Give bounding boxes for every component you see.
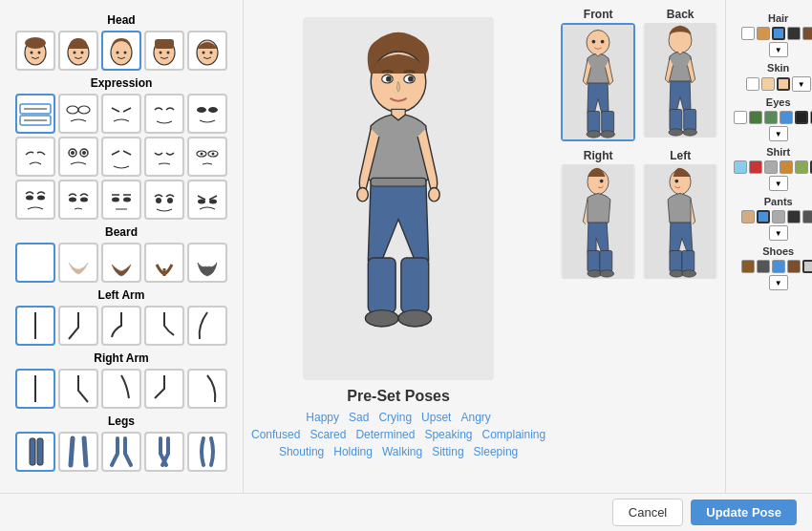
hair-swatch-2[interactable]: [757, 27, 770, 40]
shoes-swatch-2[interactable]: [757, 260, 770, 273]
skin-swatch-3[interactable]: [777, 77, 790, 91]
expression-option-10[interactable]: [187, 137, 227, 177]
shoes-swatch-4[interactable]: [787, 260, 801, 273]
svg-line-23: [112, 108, 119, 112]
pants-swatch-4[interactable]: [787, 210, 801, 223]
shirt-swatch-4[interactable]: [780, 160, 793, 174]
hair-color-dropdown[interactable]: ▼: [769, 42, 788, 57]
pose-shouting[interactable]: Shouting: [279, 445, 324, 458]
head-option-2[interactable]: [58, 31, 98, 71]
legs-option-5[interactable]: [187, 432, 227, 472]
pose-speaking[interactable]: Speaking: [424, 428, 472, 441]
expression-option-1[interactable]: [15, 94, 55, 134]
beard-option-2[interactable]: [58, 243, 98, 283]
pose-holding[interactable]: Holding: [333, 445, 373, 458]
legs-option-3[interactable]: [101, 432, 141, 472]
eyes-color-dropdown[interactable]: ▼: [769, 126, 788, 141]
left-arm-option-4[interactable]: [144, 306, 184, 346]
beard-option-3[interactable]: [101, 243, 141, 283]
shoes-swatch-5[interactable]: [802, 260, 812, 273]
back-view[interactable]: [643, 23, 717, 138]
left-arm-option-2[interactable]: [58, 306, 98, 346]
expression-option-13[interactable]: [101, 180, 141, 220]
pants-swatch-5[interactable]: [802, 210, 812, 223]
expression-option-12[interactable]: [58, 180, 98, 220]
head-option-4[interactable]: [144, 31, 184, 71]
shirt-swatch-3[interactable]: [764, 160, 778, 174]
expression-option-11[interactable]: [15, 180, 55, 220]
expression-option-2[interactable]: [58, 94, 98, 134]
left-arm-option-1[interactable]: [15, 306, 55, 346]
expression-option-4[interactable]: [144, 94, 184, 134]
right-arm-option-3[interactable]: [101, 369, 141, 409]
beard-option-1[interactable]: [15, 243, 55, 283]
pants-swatch-1[interactable]: [741, 210, 755, 223]
right-arm-section-title: Right Arm: [8, 351, 235, 365]
right-arm-option-5[interactable]: [187, 369, 227, 409]
pants-swatch-2[interactable]: [757, 210, 770, 223]
pose-sleeping[interactable]: Sleeping: [474, 445, 519, 458]
shirt-swatch-5[interactable]: [795, 160, 808, 174]
shoes-color-dropdown[interactable]: ▼: [769, 275, 788, 290]
hair-swatch-3[interactable]: [772, 27, 785, 40]
eyes-swatch-4[interactable]: [780, 111, 793, 124]
right-arm-option-4[interactable]: [144, 369, 184, 409]
eyes-swatch-3[interactable]: [764, 111, 778, 124]
expression-option-5[interactable]: [187, 94, 227, 134]
pants-color-dropdown[interactable]: ▼: [769, 225, 788, 241]
pose-walking[interactable]: Walking: [382, 445, 422, 458]
hair-swatch-4[interactable]: [787, 27, 801, 40]
left-arm-option-3[interactable]: [101, 306, 141, 346]
head-option-3[interactable]: [101, 31, 141, 71]
pose-confused[interactable]: Confused: [251, 428, 300, 441]
eyes-swatch-1[interactable]: [734, 111, 747, 124]
svg-point-50: [198, 200, 205, 204]
front-view[interactable]: [561, 23, 635, 141]
expression-option-8[interactable]: [101, 137, 141, 177]
head-option-5[interactable]: [187, 31, 227, 71]
pose-sitting[interactable]: Sitting: [432, 445, 463, 458]
shirt-swatch-1[interactable]: [734, 160, 747, 174]
shoes-swatch-1[interactable]: [741, 260, 755, 273]
left-arm-option-5[interactable]: [187, 306, 227, 346]
pose-scared[interactable]: Scared: [310, 428, 346, 441]
left-view[interactable]: [643, 164, 717, 279]
eyes-swatch-5[interactable]: [795, 111, 808, 124]
hair-swatch-1[interactable]: [741, 27, 755, 40]
pose-happy[interactable]: Happy: [306, 411, 339, 424]
legs-option-4[interactable]: [144, 432, 184, 472]
shirt-color-dropdown[interactable]: ▼: [769, 176, 788, 191]
expression-option-14[interactable]: [144, 180, 184, 220]
expression-option-3[interactable]: [101, 94, 141, 134]
cancel-button[interactable]: Cancel: [612, 499, 683, 526]
expression-option-6[interactable]: [15, 137, 55, 177]
shoes-swatch-3[interactable]: [772, 260, 785, 273]
pants-swatch-3[interactable]: [772, 210, 785, 223]
expression-options: [8, 94, 235, 220]
pose-angry[interactable]: Angry: [460, 411, 490, 424]
beard-option-5[interactable]: [187, 243, 227, 283]
right-arm-option-1[interactable]: [15, 369, 55, 409]
pose-complaining[interactable]: Complaining: [481, 428, 545, 441]
skin-swatch-2[interactable]: [761, 77, 775, 91]
shirt-swatch-2[interactable]: [749, 160, 762, 174]
head-option-1[interactable]: [15, 31, 55, 71]
update-pose-button[interactable]: Update Pose: [691, 499, 797, 525]
expression-option-15[interactable]: [187, 180, 227, 220]
right-arm-option-2[interactable]: [58, 369, 98, 409]
svg-point-78: [601, 131, 615, 138]
hair-swatch-5[interactable]: [802, 27, 812, 40]
eyes-swatch-2[interactable]: [749, 111, 762, 124]
legs-option-1[interactable]: [15, 432, 55, 472]
skin-color-dropdown[interactable]: ▼: [792, 76, 811, 92]
pose-determined[interactable]: Determined: [355, 428, 415, 441]
pose-sad[interactable]: Sad: [349, 411, 369, 424]
pose-upset[interactable]: Upset: [421, 411, 451, 424]
pose-crying[interactable]: Crying: [378, 411, 412, 424]
right-view[interactable]: [561, 164, 635, 279]
expression-option-7[interactable]: [58, 137, 98, 177]
legs-option-2[interactable]: [58, 432, 98, 472]
expression-option-9[interactable]: [144, 137, 184, 177]
beard-option-4[interactable]: [144, 243, 184, 283]
skin-swatch-1[interactable]: [746, 77, 759, 91]
